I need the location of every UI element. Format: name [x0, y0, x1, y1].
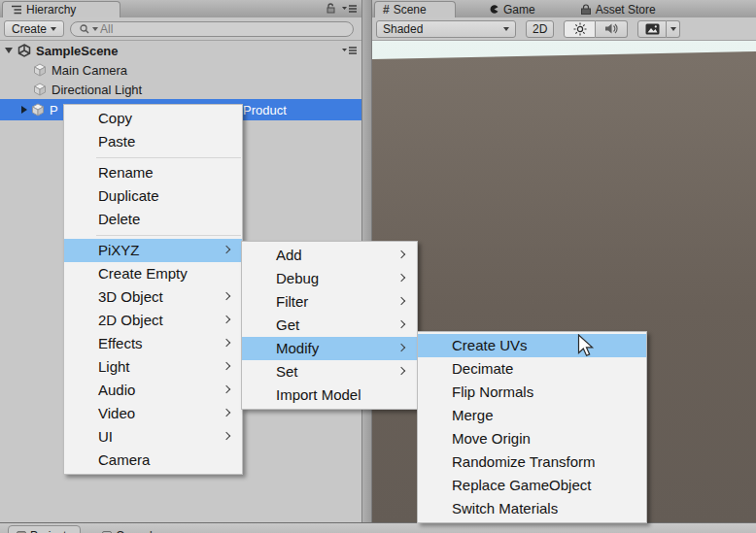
pixyz-submenu: Add Debug Filter Get Modify Set Import M…	[241, 241, 418, 410]
menu-item-merge[interactable]: Merge	[418, 404, 646, 427]
menu-item-label: Create UVs	[452, 337, 528, 353]
submenu-arrow-icon	[397, 297, 405, 305]
search-input[interactable]: All	[70, 21, 354, 37]
menu-item-replace-gameobject[interactable]: Replace GameObject	[418, 474, 646, 497]
menu-item-decimate[interactable]: Decimate	[418, 357, 646, 381]
menu-item-duplicate[interactable]: Duplicate	[64, 184, 242, 208]
menu-item-label: Import Model	[276, 386, 361, 403]
tab-asset-store-label: Asset Store	[596, 3, 656, 17]
menu-item-get[interactable]: Get	[242, 314, 417, 337]
menu-item-label: 2D Object	[98, 312, 163, 328]
create-button[interactable]: Create	[4, 20, 64, 37]
menu-item-modify[interactable]: Modify	[242, 337, 417, 360]
foldout-expanded-icon[interactable]	[5, 48, 13, 53]
menu-item-rename[interactable]: Rename	[64, 161, 242, 184]
bottom-panel-tabbar: Project Console	[0, 522, 756, 533]
menu-item-label: 3D Object	[98, 288, 163, 305]
shading-mode-dropdown[interactable]: Shaded	[376, 20, 516, 38]
tab-hierarchy[interactable]: Hierarchy	[2, 1, 120, 17]
menu-item-label: PiXYZ	[98, 242, 140, 258]
menu-item-label: Add	[276, 247, 302, 263]
submenu-arrow-icon	[223, 409, 230, 416]
menu-item-video[interactable]: Video	[64, 402, 242, 425]
tab-scene-label: Scene	[394, 3, 427, 17]
gameobject-cube-icon	[31, 103, 45, 117]
panel-options-icon[interactable]	[341, 3, 358, 15]
submenu-arrow-icon	[397, 320, 405, 328]
hierarchy-item-label-suffix: Product	[243, 103, 287, 117]
unity-logo-icon	[17, 44, 31, 57]
hierarchy-item-main-camera[interactable]: Main Camera	[0, 60, 361, 80]
menu-item-paste[interactable]: Paste	[64, 130, 242, 153]
chevron-down-icon	[670, 27, 676, 31]
menu-item-camera[interactable]: Camera	[64, 449, 242, 472]
menu-item-switch-materials[interactable]: Switch Materials	[418, 497, 646, 520]
menu-item-3d-object[interactable]: 3D Object	[64, 285, 242, 309]
effects-toggle-button[interactable]	[637, 20, 667, 38]
submenu-arrow-icon	[223, 246, 230, 253]
submenu-arrow-icon	[223, 385, 230, 393]
menu-item-copy[interactable]: Copy	[64, 107, 242, 130]
scene-options-icon[interactable]	[341, 45, 358, 56]
menu-item-label: Audio	[98, 382, 135, 398]
submenu-arrow-icon	[397, 250, 405, 258]
menu-item-randomize-transform[interactable]: Randomize Transform	[418, 450, 646, 474]
menu-item-light[interactable]: Light	[64, 355, 242, 379]
hierarchy-item-directional-light[interactable]: Directional Light	[0, 80, 361, 99]
lock-icon[interactable]	[325, 2, 337, 15]
context-menu: Copy Paste Rename Duplicate Delete PiXYZ…	[63, 104, 243, 475]
menu-item-filter[interactable]: Filter	[242, 290, 417, 314]
scene-grid-icon: #	[383, 3, 390, 17]
menu-item-audio[interactable]: Audio	[64, 379, 242, 402]
tab-asset-store[interactable]: Asset Store	[572, 1, 664, 17]
submenu-arrow-icon	[223, 339, 230, 347]
submenu-arrow-icon	[397, 344, 405, 351]
menu-item-label: Paste	[98, 133, 135, 150]
menu-item-flip-normals[interactable]: Flip Normals	[418, 381, 646, 404]
menu-item-label: Duplicate	[98, 187, 159, 204]
toggle-2d-button[interactable]: 2D	[526, 20, 554, 38]
menu-item-2d-object[interactable]: 2D Object	[64, 309, 242, 332]
menu-item-effects[interactable]: Effects	[64, 332, 242, 355]
menu-item-move-origin[interactable]: Move Origin	[418, 427, 646, 450]
shading-mode-label: Shaded	[383, 22, 423, 36]
scene-header-row[interactable]: SampleScene	[0, 41, 361, 60]
menu-separator	[96, 235, 241, 236]
lighting-toggle-button[interactable]	[564, 20, 596, 38]
tab-game[interactable]: Game	[481, 1, 543, 17]
tab-scene[interactable]: # Scene	[374, 1, 456, 17]
menu-item-pixyz[interactable]: PiXYZ	[64, 239, 242, 262]
menu-item-create-empty[interactable]: Create Empty	[64, 262, 242, 285]
chevron-down-icon	[503, 27, 509, 31]
toggle-2d-label: 2D	[533, 22, 547, 36]
menu-item-add[interactable]: Add	[242, 244, 417, 267]
tab-console[interactable]: Console	[94, 525, 172, 533]
scene-name: SampleScene	[36, 44, 119, 58]
foldout-collapsed-icon[interactable]	[21, 106, 27, 114]
effects-dropdown-button[interactable]	[667, 20, 680, 38]
menu-item-label: Delete	[98, 211, 140, 227]
hierarchy-item-label-prefix: P	[50, 103, 58, 117]
menu-item-set[interactable]: Set	[242, 360, 417, 383]
submenu-arrow-icon	[223, 292, 230, 300]
menu-item-create-uvs[interactable]: Create UVs	[418, 334, 646, 357]
menu-item-ui[interactable]: UI	[64, 425, 242, 449]
hierarchy-list-icon	[11, 4, 22, 16]
menu-item-delete[interactable]: Delete	[64, 208, 242, 231]
chevron-down-icon	[51, 27, 56, 31]
submenu-arrow-icon	[397, 367, 405, 375]
hierarchy-item-label: Main Camera	[52, 63, 127, 78]
menu-item-import-model[interactable]: Import Model	[242, 383, 417, 407]
tab-project[interactable]: Project	[8, 525, 81, 533]
hierarchy-item-label: Directional Light	[52, 83, 142, 97]
gameobject-cube-icon	[33, 63, 47, 77]
hierarchy-toolbar: Create All	[0, 17, 361, 41]
menu-item-label: Camera	[98, 451, 150, 468]
submenu-arrow-icon	[223, 316, 230, 323]
menu-item-debug[interactable]: Debug	[242, 267, 417, 290]
menu-item-label: Debug	[276, 270, 319, 286]
audio-toggle-button[interactable]	[596, 20, 628, 38]
tab-hierarchy-label: Hierarchy	[26, 3, 76, 17]
speaker-icon	[604, 22, 618, 35]
mouse-cursor-icon	[577, 334, 599, 363]
